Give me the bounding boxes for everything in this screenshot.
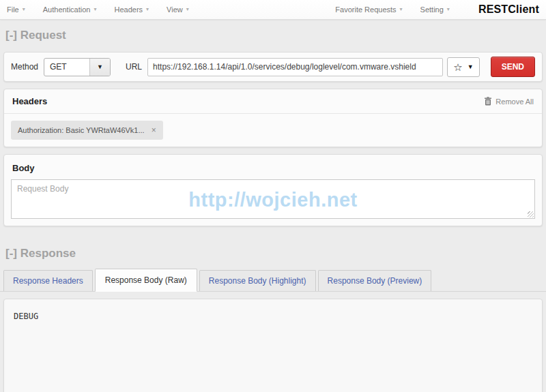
method-select-value: GET (44, 59, 89, 76)
remove-all-label: Remove All (495, 97, 534, 106)
body-title-row: Body (4, 155, 542, 179)
headers-title-row: Headers Remove All (4, 89, 542, 114)
tab-response-body-raw[interactable]: Response Body (Raw) (95, 269, 197, 292)
chevron-down-icon: ▾ (186, 7, 189, 12)
trash-icon (484, 97, 492, 106)
chevron-down-icon: ▾ (400, 7, 403, 12)
tab-response-body-preview[interactable]: Response Body (Preview) (318, 270, 432, 291)
body-panel: Body http://wojcieh.net (3, 154, 543, 226)
tab-response-headers[interactable]: Response Headers (3, 270, 93, 291)
chevron-down-icon: ▾ (23, 7, 25, 12)
chevron-down-icon: ▼ (89, 59, 110, 76)
menu-setting[interactable]: Setting ▾ (420, 5, 450, 14)
request-section-toggle[interactable]: [-] Request (5, 29, 541, 42)
authorization-header-tag[interactable]: Authorization: Basic YWRtaW46Vk1... × (11, 121, 163, 140)
headers-tag-area: Authorization: Basic YWRtaW46Vk1... × (4, 114, 542, 147)
menubar: File ▾ Authentication ▾ Headers ▾ View ▾… (0, 0, 546, 20)
menu-authentication-label: Authentication (43, 5, 91, 14)
send-button[interactable]: SEND (491, 57, 535, 77)
menu-setting-label: Setting (420, 5, 444, 14)
method-select[interactable]: GET ▼ (44, 58, 111, 76)
menu-file[interactable]: File ▾ (7, 5, 25, 14)
url-label: URL (126, 62, 142, 72)
app-logo: RESTClient (478, 3, 539, 16)
menubar-right: Favorite Requests ▾ Setting ▾ RESTClient (335, 3, 539, 16)
request-body-input[interactable] (11, 179, 535, 219)
menu-file-label: File (7, 5, 19, 14)
remove-all-button[interactable]: Remove All (484, 97, 534, 106)
menu-authentication[interactable]: Authentication ▾ (43, 5, 97, 14)
response-body-content: DEBUG (3, 299, 543, 392)
menu-favorite-requests-label: Favorite Requests (335, 5, 396, 14)
response-section-toggle[interactable]: [-] Response (5, 247, 541, 260)
method-label: Method (11, 62, 38, 72)
close-icon[interactable]: × (152, 125, 156, 135)
menu-view[interactable]: View ▾ (167, 5, 189, 14)
favorites-button[interactable]: ☆ ▼ (447, 57, 479, 77)
menu-headers[interactable]: Headers ▾ (114, 5, 149, 14)
headers-panel: Headers Remove All Authorization: Basic … (3, 89, 543, 147)
chevron-down-icon: ▾ (146, 7, 149, 12)
body-textarea-wrap: http://wojcieh.net (11, 179, 535, 219)
headers-title: Headers (12, 96, 47, 106)
star-icon: ☆ (453, 62, 462, 72)
chevron-down-icon: ▾ (447, 7, 450, 12)
menu-favorite-requests[interactable]: Favorite Requests ▾ (335, 5, 402, 14)
tab-response-body-highlight[interactable]: Response Body (Highlight) (199, 270, 316, 291)
body-title: Body (12, 163, 35, 173)
menubar-left: File ▾ Authentication ▾ Headers ▾ View ▾ (7, 5, 189, 14)
response-tabs: Response Headers Response Body (Raw) Res… (0, 269, 546, 292)
menu-view-label: View (167, 5, 183, 14)
url-input[interactable] (147, 58, 443, 76)
method-url-panel: Method GET ▼ URL ☆ ▼ SEND (3, 52, 543, 82)
authorization-header-label: Authorization: Basic YWRtaW46Vk1... (18, 126, 145, 134)
chevron-down-icon: ▾ (94, 7, 96, 12)
chevron-down-icon: ▼ (468, 63, 474, 70)
menu-headers-label: Headers (114, 5, 143, 14)
